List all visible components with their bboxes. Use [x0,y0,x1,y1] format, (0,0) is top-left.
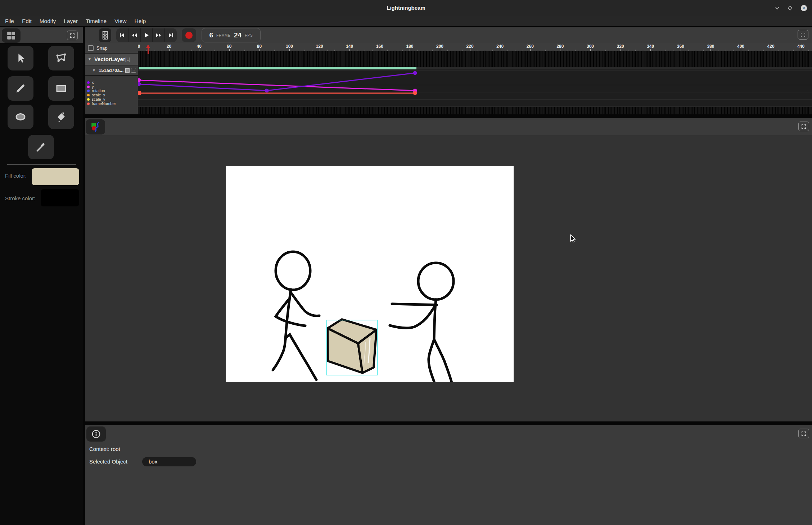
property-color-dot [87,86,90,88]
tool-transform[interactable] [48,46,74,70]
close-button[interactable]: ✕ [800,5,807,11]
fullscreen-icon [801,431,806,436]
property-row-frameNumber[interactable]: frameNumber [87,101,116,106]
play-button[interactable] [141,28,153,42]
playhead[interactable] [146,44,150,56]
skip-end-button[interactable] [165,28,177,42]
tool-select[interactable] [8,46,33,70]
frame-number: 6 [209,31,213,39]
timeline-curves [138,43,812,114]
titlebar: Lightningbeam ✕ [0,0,812,16]
keyframe-x[interactable] [265,89,269,93]
menu-timeline[interactable]: Timeline [82,16,110,26]
box-object[interactable] [328,319,376,373]
sidebar-fullscreen-button[interactable] [67,31,78,40]
chevron-down-icon [775,5,780,11]
property-color-dot [87,90,90,92]
collapse-triangle-icon[interactable]: ▼ [92,68,96,72]
stroke-color-swatch[interactable] [41,189,79,206]
timeline-panel: 6 FRAME 24 FPS Snap ▼ VectorLayer [L] ▼ [85,27,812,114]
timeline-label-column: Snap ▼ VectorLayer [L] ▼ 151ad70a... ~ x… [85,43,138,114]
tool-rectangle[interactable] [48,76,74,101]
property-list: xyrotationscale_xscale_yframeNumber [85,76,138,114]
transport-controls [116,28,177,42]
eyedropper-icon [35,141,47,153]
inspector-panel: Context: root Selected Object box [85,425,812,525]
keyframe-x[interactable] [138,82,141,86]
layer-badge: [L] [125,57,130,62]
transform-path-icon [55,52,68,65]
keyframe-x[interactable] [413,71,417,75]
stick-figure-right[interactable] [390,263,454,382]
property-row-scale_x[interactable]: scale_x [87,93,105,97]
menu-layer[interactable]: Layer [60,16,82,26]
property-color-dot [87,102,90,105]
timeline-panel-button[interactable] [99,28,111,42]
keyframe-frameNumber[interactable] [138,91,141,95]
collapse-triangle-icon[interactable]: ▼ [88,57,91,61]
selected-object-value[interactable]: box [142,457,196,466]
context-label: Context: root [89,446,120,452]
canvas-fullscreen-button[interactable] [798,122,809,131]
stage[interactable] [226,166,514,382]
info-panel-button[interactable] [86,426,106,442]
menubar: FileEditModifyLayerTimelineViewHelp [0,16,812,26]
frame-unit-label: FRAME [216,33,231,37]
property-name: rotation [92,88,105,93]
menu-file[interactable]: File [1,16,18,26]
skip-start-button[interactable] [116,28,128,42]
fullscreen-icon [70,33,75,38]
snap-checkbox[interactable] [88,45,94,51]
tool-paint-bucket[interactable] [48,105,74,129]
fps-unit-label: FPS [245,33,253,37]
tool-draw[interactable] [8,76,33,101]
stroke-color-label: Stroke color: [5,195,35,201]
menu-view[interactable]: View [110,16,130,26]
close-icon: ✕ [801,5,807,11]
tool-eyedropper[interactable] [28,135,54,159]
layer-row[interactable]: ▼ VectorLayer [L] [85,54,138,65]
snap-row: Snap [85,43,138,53]
menu-help[interactable]: Help [130,16,150,26]
layer-name: VectorLayer [94,56,125,62]
keyframe-frameNumber[interactable] [413,91,417,95]
maximize-button[interactable] [787,5,793,11]
object-row[interactable]: ▼ 151ad70a... ~ [85,65,138,75]
property-row-scale_y[interactable]: scale_y [87,97,105,101]
rewind-icon [131,32,137,38]
property-color-dot [87,94,90,96]
timeline-tracks[interactable]: 0204060801001201401601802002202402602803… [138,43,812,114]
inspector-fullscreen-button[interactable] [798,429,809,438]
timeline-fullscreen-button[interactable] [798,30,808,40]
object-ease-button[interactable]: ~ [131,68,136,73]
object-color-swatch[interactable] [125,68,130,73]
property-row-rotation[interactable]: rotation [87,88,105,93]
tool-ellipse[interactable] [8,105,33,129]
play-icon [144,32,149,38]
sidebar-header [0,27,83,43]
grid-icon [6,31,16,40]
rewind-button[interactable] [128,28,141,42]
vector-scene-icon [90,122,100,132]
skip-end-icon [168,32,174,38]
cursor-arrow-icon [570,234,576,244]
playhead-icon [146,44,150,54]
sidebar-divider [7,164,76,165]
fullscreen-icon [800,32,806,37]
panel-grid-button[interactable] [2,28,21,43]
fast-forward-button[interactable] [153,28,165,42]
property-row-x[interactable]: x [87,80,94,85]
menu-edit[interactable]: Edit [18,16,36,26]
mouse-cursor [570,234,576,245]
menu-modify[interactable]: Modify [36,16,60,26]
property-name: frameNumber [92,101,116,106]
timeline-toolbar: 6 FRAME 24 FPS [85,27,812,43]
property-name: scale_y [92,97,105,101]
fill-color-swatch[interactable] [32,168,79,185]
keyframe-y[interactable] [138,78,141,82]
minimize-button[interactable] [774,5,780,11]
scene-panel-button[interactable] [86,119,105,134]
stick-figure-left[interactable] [273,252,319,380]
tool-sidebar: Fill color: Stroke color: [0,27,83,525]
record-button[interactable] [182,28,196,42]
